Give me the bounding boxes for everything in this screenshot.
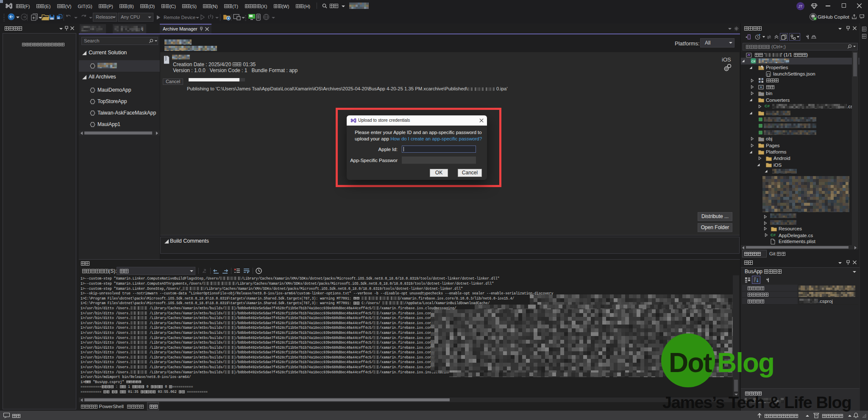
svg-text:C#: C# bbox=[751, 59, 756, 63]
svg-text:{}: {} bbox=[766, 73, 770, 76]
